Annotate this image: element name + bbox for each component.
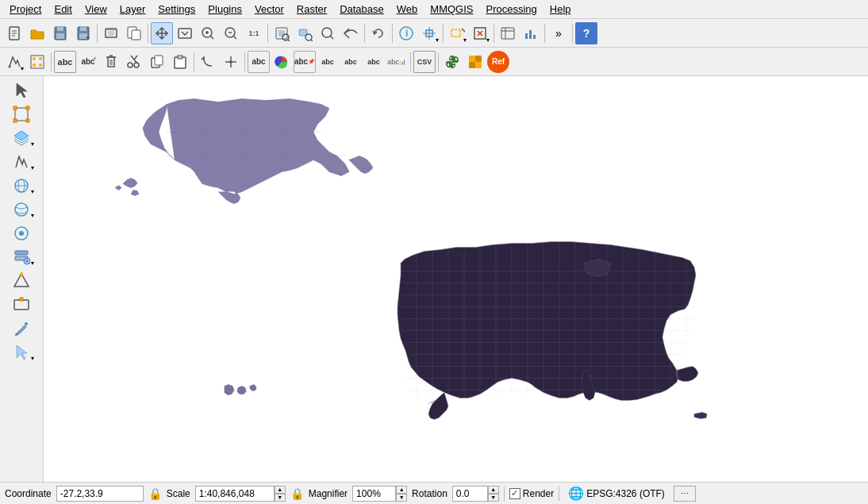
svg-point-43 [9, 65, 11, 67]
more-status-btn[interactable]: ⋯ [674, 486, 696, 502]
menu-edit[interactable]: Edit [48, 2, 78, 17]
node-tool-button[interactable] [26, 51, 48, 73]
select2-dropdown[interactable]: ▾ [31, 355, 34, 362]
select2-btn[interactable]: ▾ [7, 341, 36, 364]
rotation-down-btn[interactable]: ▼ [488, 494, 499, 502]
svg-rect-75 [15, 251, 28, 255]
menu-help[interactable]: Help [543, 2, 578, 17]
stats-button[interactable] [520, 22, 542, 44]
undo-btn[interactable] [197, 51, 219, 73]
identify-button[interactable]: i [395, 22, 417, 44]
menu-project[interactable]: Project [3, 2, 48, 17]
rotation-spinner[interactable]: ▲ ▼ [488, 486, 499, 502]
plugins-main-btn[interactable] [464, 51, 486, 73]
more-tools-button[interactable]: » [547, 22, 570, 44]
globe-status-icon: 🌐 [568, 486, 584, 501]
label-change-btn[interactable]: abc [363, 51, 385, 73]
globe-left-btn[interactable]: ▾ [7, 175, 36, 197]
csv-plugin-btn[interactable]: CSV [413, 51, 436, 73]
globe-left-dropdown[interactable]: ▾ [31, 188, 34, 195]
label-btn[interactable]: abc [54, 51, 76, 73]
layer-settings-btn[interactable]: ▾ [7, 246, 36, 268]
pan-button[interactable] [151, 22, 173, 44]
ref-btn[interactable]: Ref [487, 51, 509, 73]
svg-line-20 [211, 36, 214, 39]
zoom-in-button[interactable] [197, 22, 219, 44]
layer-settings-dropdown[interactable]: ▾ [31, 260, 34, 267]
save-button[interactable] [49, 22, 71, 44]
globe2-left-dropdown[interactable]: ▾ [31, 212, 34, 219]
menu-mmqgis[interactable]: MMQGIS [424, 2, 479, 17]
menu-raster[interactable]: Raster [290, 2, 333, 17]
scale-up-btn[interactable]: ▲ [275, 486, 286, 494]
label-pin-btn[interactable]: abc📌 [294, 51, 316, 73]
coordinate-input[interactable] [56, 486, 144, 502]
node2-btn[interactable] [7, 294, 36, 316]
label-tool-btn[interactable]: abc [248, 51, 270, 73]
diagram-btn[interactable]: abc📊 [386, 51, 408, 73]
scale-spinner[interactable]: ▲ ▼ [275, 486, 286, 502]
zoom-full-button[interactable] [174, 22, 196, 44]
scale-down-btn[interactable]: ▼ [275, 494, 286, 502]
add-layer-dropdown[interactable]: ▾ [31, 140, 34, 148]
menu-layer[interactable]: Layer [113, 2, 152, 17]
print-layout-button[interactable] [100, 22, 122, 44]
refresh-button[interactable] [367, 22, 390, 44]
menu-processing[interactable]: Processing [479, 2, 543, 17]
open-button[interactable] [26, 22, 48, 44]
magnifier-up-btn[interactable]: ▲ [396, 486, 407, 494]
cut-features-btn[interactable] [123, 51, 145, 73]
zoom-layer-button[interactable] [271, 22, 293, 44]
add-layer-btn[interactable]: ▾ [7, 127, 36, 149]
python-btn[interactable] [441, 51, 463, 73]
zoom-out-button[interactable] [220, 22, 242, 44]
attribute-table-button[interactable] [497, 22, 519, 44]
select-rect-button[interactable] [446, 22, 468, 44]
menu-settings[interactable]: Settings [152, 2, 202, 17]
globe3-left-btn[interactable] [7, 222, 36, 244]
deselect-button[interactable] [469, 22, 491, 44]
zoom-selection-button[interactable] [294, 22, 316, 44]
new-button[interactable] [3, 22, 25, 44]
node-edit-btn[interactable] [7, 103, 36, 125]
rotation-up-btn[interactable]: ▲ [488, 486, 499, 494]
magnifier-input[interactable] [352, 486, 396, 502]
zoom-all-button[interactable] [317, 22, 339, 44]
digitize-left-btn[interactable]: ▾ [7, 151, 36, 173]
magnifier-down-btn[interactable]: ▼ [396, 494, 407, 502]
copy-features-btn[interactable] [146, 51, 168, 73]
left-panel: ▾ ▾ ▾ ▾ ▾ ▾ [0, 76, 44, 482]
digitize-left-dropdown[interactable]: ▾ [31, 164, 34, 171]
zoom-prev-button[interactable] [340, 22, 362, 44]
scale-input[interactable] [195, 486, 275, 502]
svg-rect-5 [57, 27, 63, 31]
menu-web[interactable]: Web [390, 2, 424, 17]
edit2-btn[interactable] [7, 317, 36, 340]
globe2-left-btn[interactable]: ▾ [7, 198, 36, 221]
render-checkbox[interactable] [509, 488, 520, 499]
epsg-btn[interactable]: 🌐 EPSG:4326 (OTF) [564, 484, 669, 502]
chart-btn[interactable] [271, 51, 293, 73]
label-rotate-btn[interactable]: abc [340, 51, 362, 73]
help-button[interactable]: ? [575, 22, 597, 44]
delete-selected-btn[interactable] [100, 51, 122, 73]
vertex-btn[interactable] [7, 270, 36, 292]
sep6 [443, 24, 444, 43]
map-canvas[interactable] [44, 76, 868, 482]
menu-plugins[interactable]: Plugins [202, 2, 248, 17]
select-tool-btn[interactable] [7, 79, 36, 102]
move-feature-btn[interactable] [220, 51, 242, 73]
rotation-input[interactable] [452, 486, 488, 502]
menu-database[interactable]: Database [333, 2, 390, 17]
menu-vector[interactable]: Vector [248, 2, 290, 17]
menu-view[interactable]: View [79, 2, 113, 17]
paste-features-btn[interactable] [169, 51, 191, 73]
zoom-actual-button[interactable]: 1:1 [243, 22, 265, 44]
magnifier-spinner[interactable]: ▲ ▼ [396, 486, 407, 502]
pan-to-selection-button[interactable] [418, 22, 440, 44]
composer-button[interactable] [123, 22, 145, 44]
digitize-dropdown-button[interactable] [3, 51, 25, 73]
save-as-button[interactable]: + [72, 22, 94, 44]
label-move-btn[interactable]: abc [317, 51, 339, 73]
add-feature-btn[interactable]: abc + [77, 51, 99, 73]
